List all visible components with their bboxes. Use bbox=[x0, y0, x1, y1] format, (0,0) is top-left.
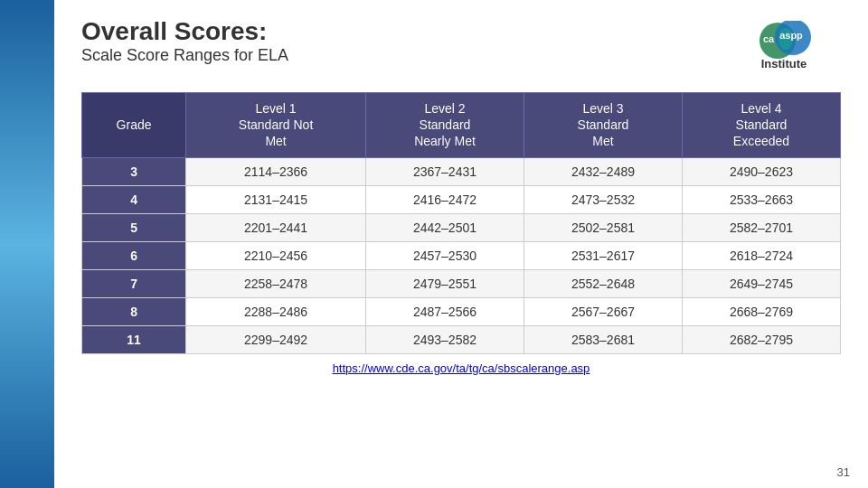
cell-grade: 3 bbox=[82, 157, 186, 185]
cell-grade: 5 bbox=[82, 213, 186, 241]
col-header-level2: Level 2StandardNearly Met bbox=[365, 93, 524, 158]
cell-grade: 11 bbox=[82, 325, 186, 353]
cell-level1: 2114–2366 bbox=[186, 157, 366, 185]
svg-text:aspp: aspp bbox=[779, 30, 803, 41]
table-row: 112299–24922493–25822583–26812682–2795 bbox=[82, 325, 841, 353]
cell-level4: 2618–2724 bbox=[682, 241, 840, 269]
table-header-row: Grade Level 1Standard NotMet Level 2Stan… bbox=[82, 93, 841, 158]
cell-level1: 2299–2492 bbox=[186, 325, 366, 353]
table-row: 82288–24862487–25662567–26672668–2769 bbox=[82, 297, 841, 325]
col-header-grade: Grade bbox=[82, 93, 186, 158]
footer-link[interactable]: https://www.cde.ca.gov/ta/tg/ca/sbscaler… bbox=[81, 361, 841, 375]
cell-level1: 2201–2441 bbox=[186, 213, 366, 241]
table-row: 72258–24782479–25512552–26482649–2745 bbox=[82, 269, 841, 297]
left-accent-bar bbox=[0, 0, 54, 488]
table-row: 62210–24562457–25302531–26172618–2724 bbox=[82, 241, 841, 269]
svg-text:Institute: Institute bbox=[761, 57, 807, 70]
cell-level3: 2502–2581 bbox=[524, 213, 682, 241]
title-block: Overall Scores: Scale Score Ranges for E… bbox=[81, 18, 288, 65]
table-row: 42131–24152416–24722473–25322533–2663 bbox=[82, 185, 841, 213]
scores-table: Grade Level 1Standard NotMet Level 2Stan… bbox=[81, 92, 841, 354]
table-body: 32114–23662367–24312432–24892490–2623421… bbox=[82, 157, 841, 353]
cell-level1: 2210–2456 bbox=[186, 241, 366, 269]
cell-level4: 2682–2795 bbox=[682, 325, 840, 353]
cell-level3: 2432–2489 bbox=[524, 157, 682, 185]
cell-level1: 2288–2486 bbox=[186, 297, 366, 325]
cell-level2: 2493–2582 bbox=[365, 325, 524, 353]
caaspp-logo: ca aspp Institute bbox=[723, 18, 841, 81]
header-row: Overall Scores: Scale Score Ranges for E… bbox=[81, 18, 841, 81]
cell-level2: 2367–2431 bbox=[365, 157, 524, 185]
page-title-sub: Scale Score Ranges for ELA bbox=[81, 46, 288, 65]
svg-text:ca: ca bbox=[763, 33, 775, 44]
cell-level1: 2131–2415 bbox=[186, 185, 366, 213]
cell-level3: 2531–2617 bbox=[524, 241, 682, 269]
main-content: Overall Scores: Scale Score Ranges for E… bbox=[54, 0, 868, 488]
col-header-level4: Level 4StandardExceeded bbox=[682, 93, 840, 158]
cell-level1: 2258–2478 bbox=[186, 269, 366, 297]
cell-grade: 6 bbox=[82, 241, 186, 269]
page-title-main: Overall Scores: bbox=[81, 18, 288, 46]
cell-level3: 2583–2681 bbox=[524, 325, 682, 353]
cell-grade: 7 bbox=[82, 269, 186, 297]
cell-level4: 2582–2701 bbox=[682, 213, 840, 241]
table-row: 52201–24412442–25012502–25812582–2701 bbox=[82, 213, 841, 241]
col-header-level3: Level 3StandardMet bbox=[524, 93, 682, 158]
cell-level2: 2442–2501 bbox=[365, 213, 524, 241]
cell-level2: 2416–2472 bbox=[365, 185, 524, 213]
cde-link[interactable]: https://www.cde.ca.gov/ta/tg/ca/sbscaler… bbox=[333, 361, 590, 375]
cell-level2: 2487–2566 bbox=[365, 297, 524, 325]
cell-level4: 2490–2623 bbox=[682, 157, 840, 185]
cell-level3: 2473–2532 bbox=[524, 185, 682, 213]
cell-level4: 2668–2769 bbox=[682, 297, 840, 325]
cell-level4: 2649–2745 bbox=[682, 269, 840, 297]
cell-grade: 4 bbox=[82, 185, 186, 213]
cell-level3: 2567–2667 bbox=[524, 297, 682, 325]
cell-level2: 2457–2530 bbox=[365, 241, 524, 269]
cell-level2: 2479–2551 bbox=[365, 269, 524, 297]
cell-level3: 2552–2648 bbox=[524, 269, 682, 297]
col-header-level1: Level 1Standard NotMet bbox=[186, 93, 366, 158]
table-row: 32114–23662367–24312432–24892490–2623 bbox=[82, 157, 841, 185]
cell-grade: 8 bbox=[82, 297, 186, 325]
cell-level4: 2533–2663 bbox=[682, 185, 840, 213]
